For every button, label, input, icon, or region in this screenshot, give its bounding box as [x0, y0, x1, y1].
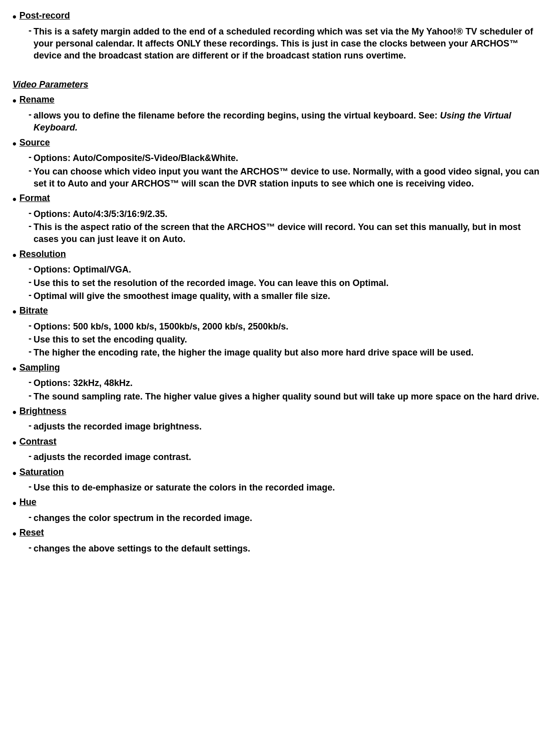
dash: - — [29, 208, 32, 218]
rename-label: Rename — [20, 94, 55, 106]
sampling-desc: - Options: 32kHz, 48kHz. - The sound sam… — [29, 377, 543, 402]
dash: - — [29, 390, 32, 401]
dash: - — [29, 264, 32, 274]
dash: - — [29, 320, 32, 331]
dash: - — [29, 346, 32, 357]
bitrate-item: • Bitrate - Options: 500 kb/s, 1000 kb/s… — [13, 305, 543, 358]
hue-text1: changes the color spectrum in the record… — [34, 512, 252, 524]
bitrate-desc: - Options: 500 kb/s, 1000 kb/s, 1500kb/s… — [29, 320, 543, 359]
bullet-dot-brightness: • — [13, 406, 17, 420]
bullet-dot-sampling: • — [13, 362, 17, 376]
dash: - — [29, 512, 32, 522]
hue-item: • Hue - changes the color spectrum in th… — [13, 496, 543, 524]
bullet-dot-saturation: • — [13, 466, 17, 481]
hue-label: Hue — [20, 496, 37, 508]
dash: - — [29, 451, 32, 462]
source-text2: You can choose which video input you wan… — [34, 166, 543, 190]
dash: - — [29, 221, 32, 232]
post-record-text: This is a safety margin added to the end… — [34, 26, 543, 62]
format-desc: - Options: Auto/4:3/5:3/16:9/2.35. - Thi… — [29, 208, 543, 246]
format-text1: Options: Auto/4:3/5:3/16:9/2.35. — [34, 208, 167, 220]
bitrate-text1: Options: 500 kb/s, 1000 kb/s, 1500kb/s, … — [34, 320, 288, 332]
dash: - — [29, 152, 32, 162]
bullet-dot-reset: • — [13, 527, 17, 542]
sampling-item: • Sampling - Options: 32kHz, 48kHz. - Th… — [13, 362, 543, 402]
spacer — [13, 64, 543, 72]
dash: - — [29, 26, 32, 36]
dash: - — [29, 542, 32, 553]
post-record-desc: - This is a safety margin added to the e… — [29, 26, 543, 62]
sampling-text2: The sound sampling rate. The higher valu… — [34, 390, 539, 402]
contrast-desc: - adjusts the recorded image contrast. — [29, 451, 543, 463]
bullet-dot-hue: • — [13, 496, 17, 511]
reset-item: • Reset - changes the above settings to … — [13, 527, 543, 554]
resolution-item: • Resolution - Options: Optimal/VGA. - U… — [13, 248, 543, 302]
saturation-item: • Saturation - Use this to de-emphasize … — [13, 466, 543, 494]
bullet-dot-contrast: • — [13, 436, 17, 450]
bitrate-label: Bitrate — [20, 305, 48, 316]
bullet-dot-rename: • — [13, 94, 17, 108]
bitrate-text2: Use this to set the encoding quality. — [34, 334, 187, 346]
contrast-item: • Contrast - adjusts the recorded image … — [13, 436, 543, 464]
bullet-dot-bitrate: • — [13, 305, 17, 320]
dash: - — [29, 482, 32, 492]
contrast-text1: adjusts the recorded image contrast. — [34, 451, 191, 463]
dash: - — [29, 290, 32, 300]
dash: - — [29, 110, 32, 120]
resolution-text2: Use this to set the resolution of the re… — [34, 277, 388, 289]
dash: - — [29, 166, 32, 176]
post-record-item: • Post-record - This is a safety margin … — [13, 10, 543, 62]
source-label: Source — [20, 137, 50, 148]
bullet-dot-format: • — [13, 192, 17, 207]
format-label: Format — [20, 192, 50, 204]
dash: - — [29, 420, 32, 431]
hue-desc: - changes the color spectrum in the reco… — [29, 512, 543, 524]
resolution-desc: - Options: Optimal/VGA. - Use this to se… — [29, 264, 543, 302]
dash: - — [29, 334, 32, 344]
rename-text: allows you to define the filename before… — [34, 110, 543, 134]
reset-text1: changes the above settings to the defaul… — [34, 542, 250, 554]
sampling-label: Sampling — [20, 362, 60, 374]
sampling-text1: Options: 32kHz, 48kHz. — [34, 377, 133, 389]
dash: - — [29, 377, 32, 388]
source-item: • Source - Options: Auto/Composite/S-Vid… — [13, 137, 543, 190]
dash: - — [29, 277, 32, 288]
section-title: Video Parameters — [13, 80, 543, 90]
brightness-text1: adjusts the recorded image brightness. — [34, 420, 202, 432]
brightness-desc: - adjusts the recorded image brightness. — [29, 420, 543, 432]
format-text2: This is the aspect ratio of the screen t… — [34, 221, 543, 246]
format-item: • Format - Options: Auto/4:3/5:3/16:9/2.… — [13, 192, 543, 245]
resolution-text1: Options: Optimal/VGA. — [34, 264, 131, 276]
bullet-dot-resolution: • — [13, 248, 17, 263]
brightness-item: • Brightness - adjusts the recorded imag… — [13, 406, 543, 433]
bitrate-text3: The higher the encoding rate, the higher… — [34, 346, 473, 358]
rename-item: • Rename - allows you to define the file… — [13, 94, 543, 134]
contrast-label: Contrast — [20, 436, 57, 448]
saturation-text1: Use this to de-emphasize or saturate the… — [34, 482, 335, 494]
brightness-label: Brightness — [20, 406, 67, 417]
saturation-label: Saturation — [20, 466, 64, 478]
rename-desc: - allows you to define the filename befo… — [29, 110, 543, 134]
bullet-dot-source: • — [13, 137, 17, 152]
source-desc: - Options: Auto/Composite/S-Video/Black&… — [29, 152, 543, 190]
source-text1: Options: Auto/Composite/S-Video/Black&Wh… — [34, 152, 238, 164]
saturation-desc: - Use this to de-emphasize or saturate t… — [29, 482, 543, 494]
resolution-label: Resolution — [20, 248, 66, 260]
bullet-dot: • — [13, 10, 17, 24]
reset-desc: - changes the above settings to the defa… — [29, 542, 543, 554]
resolution-text3: Optimal will give the smoothest image qu… — [34, 290, 330, 302]
reset-label: Reset — [20, 527, 44, 538]
post-record-label: Post-record — [20, 10, 70, 22]
